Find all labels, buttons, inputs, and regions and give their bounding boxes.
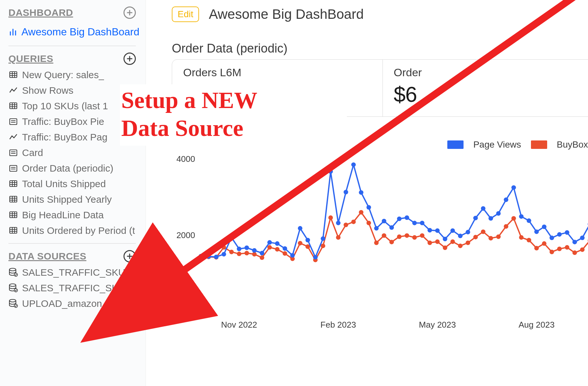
- svg-point-27: [321, 244, 325, 248]
- svg-point-79: [321, 236, 325, 241]
- svg-point-67: [229, 235, 234, 240]
- svg-point-97: [458, 234, 463, 238]
- svg-point-19: [260, 255, 264, 260]
- svg-point-68: [237, 247, 241, 251]
- svg-point-75: [290, 253, 295, 258]
- legend-label: BuyBox: [557, 139, 588, 150]
- svg-point-70: [252, 248, 257, 253]
- svg-point-77: [305, 238, 310, 242]
- svg-point-106: [527, 218, 531, 223]
- dashboard-section-title: DASHBOARD: [8, 7, 73, 18]
- query-item[interactable]: Card: [8, 147, 146, 159]
- kpi-label: Order: [394, 66, 582, 79]
- svg-point-34: [374, 241, 379, 245]
- query-item[interactable]: Order Data (periodic): [8, 162, 146, 175]
- svg-point-110: [557, 232, 562, 237]
- data-sources-section: DATA SOURCES SALES_TRAFFIC_SKU_WESALES_T…: [8, 250, 146, 310]
- data-source-item[interactable]: SALES_TRAFFIC_SKU_WE: [8, 266, 146, 279]
- svg-point-90: [405, 215, 409, 220]
- svg-point-96: [450, 228, 455, 233]
- data-source-item[interactable]: SALES_TRAFFIC_SKU_MO: [8, 282, 146, 294]
- query-item[interactable]: Units Shipped Yearly: [8, 193, 146, 206]
- svg-text:May 2023: May 2023: [419, 320, 456, 330]
- svg-point-99: [473, 216, 478, 220]
- divider: [8, 46, 136, 46]
- table-icon: [8, 70, 18, 80]
- svg-point-53: [519, 235, 523, 240]
- svg-point-58: [557, 247, 562, 251]
- query-item-label: Total Units Shipped: [22, 178, 106, 189]
- table-icon: [8, 226, 18, 235]
- query-item-label: Top 10 SKUs (last 1: [22, 101, 108, 112]
- kpi-label: Orders L6M: [183, 66, 371, 79]
- query-item-label: Units Shipped Yearly: [22, 194, 112, 205]
- query-item-label: Card: [22, 147, 43, 158]
- svg-point-61: [580, 247, 584, 252]
- traffic-line-chart[interactable]: 020004000Nov 2022Feb 2023May 2023Aug 202…: [172, 139, 588, 334]
- sidebar: DASHBOARD Awesome Big DashBoard QUERIES …: [0, 0, 146, 386]
- edit-button[interactable]: Edit: [172, 6, 199, 22]
- svg-point-100: [481, 206, 486, 211]
- svg-point-103: [504, 198, 508, 202]
- query-item[interactable]: Units Ordered by Period (t: [8, 224, 146, 237]
- svg-point-87: [382, 219, 386, 223]
- query-item[interactable]: New Query: sales_: [8, 69, 146, 81]
- svg-point-17: [244, 251, 249, 255]
- query-item-label: Units Ordered by Period (t: [22, 225, 135, 236]
- data-sources-section-title: DATA SOURCES: [8, 251, 86, 262]
- plus-icon: [126, 252, 134, 260]
- data-source-item[interactable]: UPLOAD_amazon_statem: [8, 297, 146, 310]
- card-icon: [8, 148, 18, 158]
- svg-point-20: [267, 245, 272, 250]
- svg-point-69: [244, 246, 249, 250]
- svg-point-93: [428, 228, 432, 233]
- legend-label: Page Views: [473, 139, 521, 150]
- svg-point-82: [344, 190, 348, 194]
- svg-point-78: [313, 255, 318, 259]
- svg-point-48: [481, 229, 486, 234]
- data-source-label: UPLOAD_amazon_statem: [22, 298, 137, 309]
- svg-point-28: [328, 215, 333, 220]
- query-item[interactable]: Big HeadLine Data: [8, 209, 146, 221]
- annotation-text: Setup a NEW Data Source: [120, 84, 347, 146]
- database-icon: [8, 268, 18, 277]
- database-icon: [8, 299, 18, 308]
- queries-section-title: QUERIES: [8, 53, 53, 64]
- svg-point-63: [199, 254, 203, 259]
- svg-point-49: [488, 236, 493, 240]
- query-item[interactable]: Total Units Shipped: [8, 178, 146, 190]
- svg-point-74: [283, 246, 287, 251]
- svg-point-41: [428, 241, 432, 245]
- svg-point-43: [443, 246, 447, 250]
- dashboard-section: DASHBOARD Awesome Big DashBoard: [8, 6, 146, 46]
- svg-point-64: [206, 254, 211, 259]
- sidebar-dashboard-item[interactable]: Awesome Big DashBoard: [8, 23, 146, 44]
- add-dashboard-button[interactable]: [123, 6, 136, 19]
- svg-point-24: [298, 241, 302, 246]
- svg-point-14: [222, 245, 226, 250]
- bars-icon: [8, 27, 18, 37]
- card-icon: [8, 163, 18, 173]
- svg-text:2000: 2000: [176, 230, 195, 240]
- svg-point-45: [458, 244, 463, 248]
- add-data-source-button[interactable]: [123, 250, 136, 262]
- svg-text:Aug 2023: Aug 2023: [519, 320, 555, 330]
- svg-point-38: [405, 233, 409, 238]
- svg-point-56: [542, 241, 547, 246]
- svg-point-85: [367, 205, 371, 210]
- add-query-button[interactable]: [123, 53, 136, 65]
- query-item-label: Big HeadLine Data: [22, 210, 104, 221]
- svg-point-15: [229, 250, 234, 254]
- kpi-card[interactable]: Order $6: [383, 60, 588, 116]
- svg-point-16: [237, 252, 241, 256]
- svg-point-84: [359, 190, 363, 195]
- svg-point-95: [443, 237, 447, 241]
- dashboard-title: Awesome Big DashBoard: [209, 6, 364, 22]
- svg-point-88: [389, 225, 394, 230]
- svg-point-91: [412, 221, 417, 225]
- svg-point-71: [260, 251, 264, 255]
- table-icon: [8, 101, 18, 111]
- table-icon: [8, 195, 18, 204]
- svg-point-33: [367, 221, 371, 225]
- data-source-label: SALES_TRAFFIC_SKU_MO: [22, 283, 146, 294]
